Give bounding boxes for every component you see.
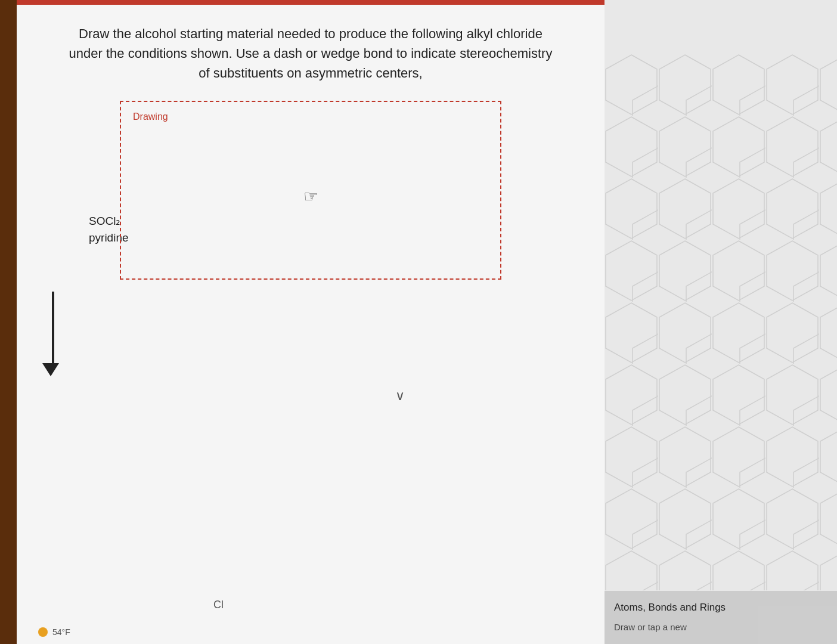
left-sidebar xyxy=(0,0,17,644)
arrow-shaft xyxy=(52,292,54,363)
chevron-down-icon[interactable]: ∨ xyxy=(219,388,581,404)
arrow-container xyxy=(41,292,59,376)
right-panel-info: Atoms, Bonds and Rings Draw or tap a new xyxy=(604,591,837,644)
main-content: Draw the alcohol starting material neede… xyxy=(17,0,604,644)
cl-label: Cl xyxy=(213,599,224,611)
drawing-label: Drawing xyxy=(133,112,168,122)
temp-circle-icon xyxy=(38,627,48,637)
drawing-area-wrapper: Drawing ☞ xyxy=(41,101,581,280)
cursor-hand-icon: ☞ xyxy=(303,187,318,206)
right-panel: Atoms, Bonds and Rings Draw or tap a new xyxy=(604,0,837,644)
question-text: Draw the alcohol starting material neede… xyxy=(66,24,555,83)
svg-rect-2 xyxy=(604,54,837,590)
top-bar xyxy=(17,0,604,5)
bottom-temp: 54°F xyxy=(38,627,70,637)
arrow-head xyxy=(42,363,59,376)
drawing-canvas[interactable]: Drawing ☞ xyxy=(120,101,501,280)
temperature-label: 54°F xyxy=(52,627,70,637)
atoms-bonds-label: Atoms, Bonds and Rings xyxy=(614,600,827,615)
hex-pattern-bg xyxy=(604,0,837,644)
draw-tap-label: Draw or tap a new xyxy=(614,622,827,632)
reaction-row: SOCl₂ pyridine xyxy=(41,286,581,376)
